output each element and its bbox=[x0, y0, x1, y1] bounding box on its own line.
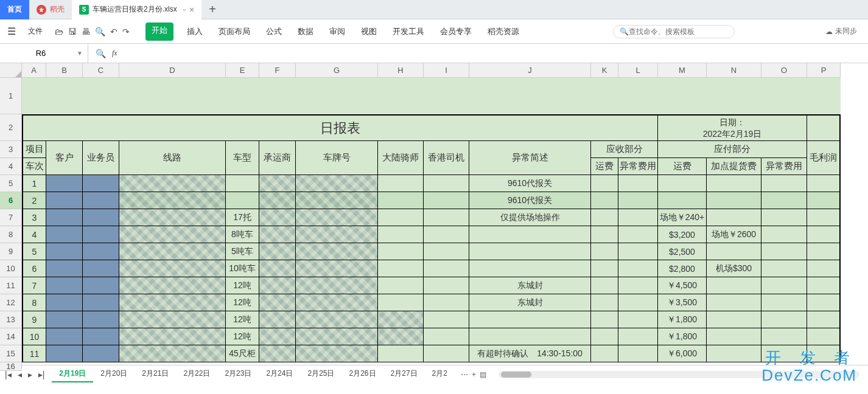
data-customer[interactable] bbox=[46, 175, 83, 192]
data-hkdriver[interactable] bbox=[424, 311, 469, 328]
data-plate[interactable] bbox=[296, 192, 378, 209]
redo-icon[interactable]: ↷ bbox=[122, 27, 130, 36]
data-recv-abnormal[interactable] bbox=[618, 311, 658, 328]
data-pay-extra[interactable] bbox=[707, 328, 761, 345]
data-recv-freight[interactable] bbox=[591, 209, 618, 226]
row-header-10[interactable]: 10 bbox=[0, 260, 22, 277]
col-header-B[interactable]: B bbox=[46, 63, 83, 78]
data-route[interactable] bbox=[119, 311, 226, 328]
menu-icon[interactable]: ☰ bbox=[5, 23, 18, 40]
data-route[interactable] bbox=[119, 294, 226, 311]
data-grossprofit[interactable] bbox=[807, 277, 841, 294]
data-exception[interactable]: 东城封 bbox=[469, 277, 591, 294]
data-pay-freight[interactable] bbox=[658, 192, 707, 209]
restore-icon[interactable]: ▫ bbox=[183, 5, 186, 14]
hdr-pay-freight[interactable]: 运费 bbox=[658, 158, 707, 175]
ribbon-tab-formula[interactable]: 公式 bbox=[264, 22, 284, 41]
ribbon-tab-view[interactable]: 视图 bbox=[359, 22, 379, 41]
sheet-tab-6[interactable]: 2月25日 bbox=[300, 366, 341, 382]
data-pay-extra[interactable] bbox=[707, 243, 761, 260]
data-customer[interactable] bbox=[46, 209, 83, 226]
row-header-9[interactable]: 9 bbox=[0, 243, 22, 260]
row-header-14[interactable]: 14 bbox=[0, 328, 22, 345]
sheet-tab-1[interactable]: 2月20日 bbox=[93, 366, 135, 382]
data-pay-freight[interactable]: ￥1,800 bbox=[658, 328, 707, 345]
command-search[interactable]: 🔍 bbox=[613, 25, 735, 38]
data-exception[interactable] bbox=[469, 311, 591, 328]
data-route[interactable] bbox=[119, 243, 226, 260]
report-title[interactable]: 日报表 bbox=[22, 114, 658, 141]
doke-tab[interactable]: 稻壳 bbox=[29, 0, 72, 19]
data-mldriver[interactable] bbox=[378, 260, 424, 277]
data-type[interactable]: 8吨车 bbox=[226, 226, 259, 243]
data-hkdriver[interactable] bbox=[424, 192, 469, 209]
home-tab[interactable]: 首页 bbox=[0, 0, 29, 19]
cancel-formula-icon[interactable]: 🔍 bbox=[96, 49, 106, 58]
data-pay-extra[interactable] bbox=[707, 294, 761, 311]
data-recv-freight[interactable] bbox=[591, 226, 618, 243]
col-header-I[interactable]: I bbox=[424, 63, 469, 78]
data-pay-extra[interactable]: 场地￥2600 bbox=[707, 226, 761, 243]
date-cell[interactable]: 日期：2022年2月19日 bbox=[658, 114, 807, 141]
data-hkdriver[interactable] bbox=[424, 328, 469, 345]
data-grossprofit[interactable] bbox=[807, 192, 841, 209]
data-pay-extra[interactable] bbox=[707, 345, 761, 362]
sheet-tab-0[interactable]: 2月19日 bbox=[52, 366, 93, 382]
hdr-recv-abnormal[interactable]: 异常费用 bbox=[618, 158, 658, 175]
data-grossprofit[interactable] bbox=[807, 243, 841, 260]
hdr-pay-abnormal[interactable]: 异常费用 bbox=[761, 158, 807, 175]
data-salesperson[interactable] bbox=[83, 243, 119, 260]
data-pay-abnormal[interactable] bbox=[761, 311, 807, 328]
data-pay-abnormal[interactable] bbox=[761, 209, 807, 226]
ribbon-tab-start[interactable]: 开始 bbox=[145, 22, 173, 41]
data-seq[interactable]: 9 bbox=[22, 311, 46, 328]
data-recv-abnormal[interactable] bbox=[618, 277, 658, 294]
data-salesperson[interactable] bbox=[83, 192, 119, 209]
data-seq[interactable]: 1 bbox=[22, 175, 46, 192]
select-all-corner[interactable] bbox=[0, 63, 22, 78]
row-header-13[interactable]: 13 bbox=[0, 311, 22, 328]
data-exception[interactable]: 东城封 bbox=[469, 294, 591, 311]
data-pay-freight[interactable]: $2,800 bbox=[658, 260, 707, 277]
data-pay-abnormal[interactable] bbox=[761, 243, 807, 260]
data-pay-freight[interactable]: ￥6,000 bbox=[658, 345, 707, 362]
data-carrier[interactable] bbox=[259, 226, 296, 243]
col-header-L[interactable]: L bbox=[618, 63, 658, 78]
data-seq[interactable]: 8 bbox=[22, 294, 46, 311]
sync-status[interactable]: ☁ 未同步 bbox=[825, 26, 857, 36]
data-salesperson[interactable] bbox=[83, 328, 119, 345]
row-header-15[interactable]: 15 bbox=[0, 345, 22, 362]
col-header-K[interactable]: K bbox=[591, 63, 618, 78]
data-pay-freight[interactable]: ￥1,800 bbox=[658, 311, 707, 328]
data-type[interactable]: 10吨车 bbox=[226, 260, 259, 277]
data-recv-freight[interactable] bbox=[591, 328, 618, 345]
data-pay-abnormal[interactable] bbox=[761, 294, 807, 311]
data-pay-abnormal[interactable] bbox=[761, 175, 807, 192]
col-header-A[interactable]: A bbox=[22, 63, 46, 78]
row-header-11[interactable]: 11 bbox=[0, 277, 22, 294]
col-header-O[interactable]: O bbox=[761, 63, 807, 78]
data-plate[interactable] bbox=[296, 345, 378, 362]
ribbon-tab-data[interactable]: 数据 bbox=[295, 22, 316, 41]
col-header-H[interactable]: H bbox=[378, 63, 424, 78]
data-seq[interactable]: 7 bbox=[22, 277, 46, 294]
col-header-J[interactable]: J bbox=[469, 63, 591, 78]
data-customer[interactable] bbox=[46, 311, 83, 328]
data-recv-freight[interactable] bbox=[591, 311, 618, 328]
fx-icon[interactable]: fx bbox=[112, 49, 117, 58]
sheet-nav-last[interactable]: ▸| bbox=[36, 368, 47, 381]
ribbon-tab-insert[interactable]: 插入 bbox=[184, 22, 205, 41]
data-customer[interactable] bbox=[46, 226, 83, 243]
data-pay-extra[interactable] bbox=[707, 311, 761, 328]
data-seq[interactable]: 10 bbox=[22, 328, 46, 345]
sheet-nav-next[interactable]: ▸ bbox=[26, 368, 35, 381]
close-tab-icon[interactable]: × bbox=[189, 5, 194, 15]
data-pay-extra[interactable]: 机场$300 bbox=[707, 260, 761, 277]
row-header-1[interactable]: 1 bbox=[0, 78, 22, 114]
data-customer[interactable] bbox=[46, 192, 83, 209]
data-exception[interactable]: 有超时待确认 14:30-15:00 bbox=[469, 345, 591, 362]
data-plate[interactable] bbox=[296, 294, 378, 311]
search-input[interactable] bbox=[629, 27, 728, 36]
data-seq[interactable]: 2 bbox=[22, 192, 46, 209]
data-customer[interactable] bbox=[46, 277, 83, 294]
